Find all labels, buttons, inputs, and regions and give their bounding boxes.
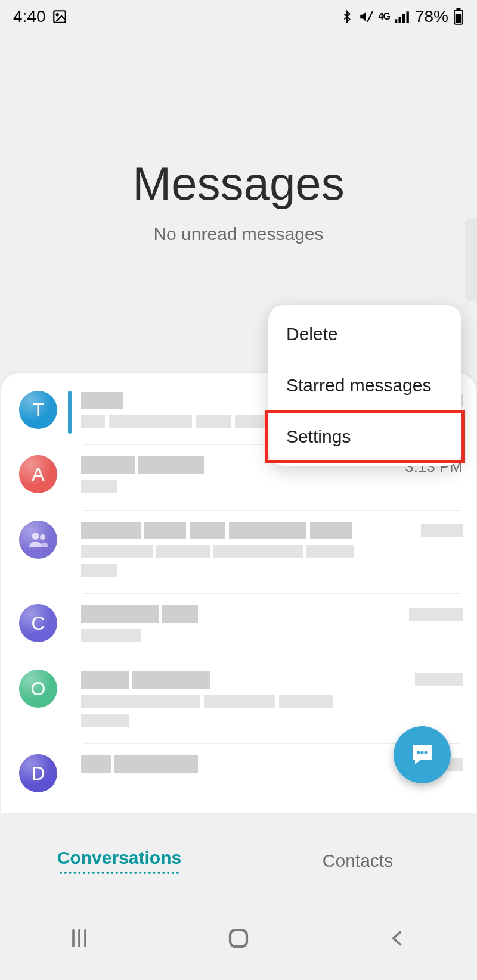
nav-recents[interactable]	[26, 926, 133, 950]
svg-rect-3	[395, 19, 397, 23]
menu-item-delete[interactable]: Delete	[268, 309, 461, 360]
group-icon	[27, 529, 49, 550]
scroll-indicator	[465, 218, 477, 301]
status-bar: 4:40 4G 78%	[0, 0, 477, 33]
svg-rect-5	[402, 14, 405, 23]
page-title: Messages	[132, 157, 345, 211]
svg-point-11	[40, 534, 45, 540]
svg-point-13	[420, 751, 423, 754]
conversation-row[interactable]: O	[1, 659, 476, 743]
tab-conversations[interactable]: Conversations	[0, 848, 238, 874]
gallery-icon	[52, 9, 67, 24]
svg-rect-4	[398, 17, 401, 23]
system-nav-bar	[0, 897, 477, 980]
status-battery-percent: 78%	[415, 7, 448, 26]
avatar: C	[19, 604, 57, 642]
active-tab-underline	[60, 872, 179, 874]
bluetooth-icon	[340, 9, 354, 24]
svg-rect-18	[230, 930, 247, 947]
battery-icon	[453, 8, 464, 25]
svg-rect-9	[456, 14, 462, 23]
svg-point-1	[56, 14, 58, 15]
avatar: T	[19, 391, 57, 429]
tutorial-highlight	[265, 410, 465, 463]
conversation-row[interactable]	[1, 510, 476, 593]
avatar: O	[19, 670, 57, 708]
bottom-tabs: Conversations Contacts	[0, 825, 477, 897]
compose-icon	[408, 741, 436, 769]
svg-point-12	[417, 751, 420, 754]
conversation-time	[421, 521, 463, 542]
svg-rect-6	[406, 11, 408, 23]
svg-line-2	[367, 11, 373, 21]
nav-home[interactable]	[185, 926, 292, 951]
overflow-menu: Delete Starred messages Settings	[268, 305, 461, 466]
conversation-row[interactable]: C	[1, 593, 476, 659]
conversation-time	[409, 604, 463, 625]
tab-contacts[interactable]: Contacts	[238, 851, 477, 871]
svg-point-14	[424, 751, 427, 754]
avatar: D	[19, 754, 57, 792]
svg-point-10	[32, 533, 39, 540]
avatar-group	[19, 521, 57, 559]
menu-item-starred[interactable]: Starred messages	[268, 360, 461, 411]
conversation-time	[415, 670, 463, 690]
svg-rect-0	[54, 11, 66, 23]
accent-bar	[68, 391, 72, 434]
page-subtitle: No unread messages	[153, 224, 323, 244]
avatar: A	[19, 455, 57, 493]
signal-icon	[395, 10, 410, 23]
nav-back[interactable]	[344, 926, 451, 950]
network-4g-icon: 4G	[379, 11, 390, 22]
mute-icon	[358, 9, 374, 24]
compose-fab[interactable]	[394, 726, 451, 783]
status-time: 4:40	[13, 7, 46, 26]
